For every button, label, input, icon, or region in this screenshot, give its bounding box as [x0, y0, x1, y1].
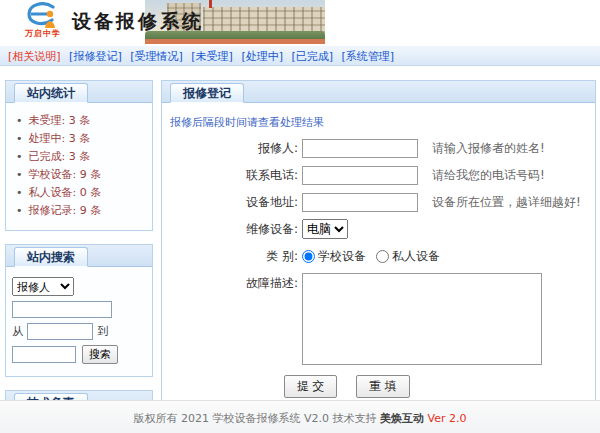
content-area: 站内统计 •未受理: 3 条 •处理中: 3 条 •已完成: 3 条 •学校设备…: [5, 80, 596, 433]
stat-item: •已完成: 3 条: [12, 149, 146, 165]
description-label: 故障描述:: [162, 273, 302, 293]
version-text: Ver 2.0: [428, 412, 467, 425]
phone-hint: 请给我您的电话号码!: [432, 165, 545, 185]
logo-school-name: 万启中学: [14, 30, 72, 38]
bullet-icon: •: [16, 113, 23, 129]
bullet-icon: •: [16, 149, 23, 165]
vendor-name: 美焕互动: [380, 412, 424, 425]
address-hint: 设备所在位置，越详细越好!: [432, 192, 581, 212]
nav-item-notes[interactable]: [相关说明]: [8, 50, 61, 63]
repair-register-tab: 报修登记: [170, 83, 244, 103]
sidebar: 站内统计 •未受理: 3 条 •处理中: 3 条 •已完成: 3 条 •学校设备…: [5, 80, 153, 433]
phone-input[interactable]: [302, 166, 418, 185]
stat-item: •处理中: 3 条: [12, 131, 146, 147]
bullet-icon: •: [16, 131, 23, 147]
search-panel-title: 站内搜索: [14, 247, 88, 267]
category-private-label[interactable]: 私人设备: [392, 246, 440, 266]
stats-panel: 站内统计 •未受理: 3 条 •处理中: 3 条 •已完成: 3 条 •学校设备…: [5, 80, 153, 231]
search-button[interactable]: 搜索: [82, 345, 118, 364]
notice-text: 报修后隔段时间请查看处理结果: [162, 103, 595, 132]
bullet-icon: •: [16, 203, 23, 219]
stats-panel-title: 站内统计: [14, 83, 88, 103]
address-input[interactable]: [302, 193, 418, 212]
description-textarea[interactable]: [302, 273, 542, 365]
stat-item: •私人设备: 0 条: [12, 185, 146, 201]
search-date-to-input[interactable]: [12, 346, 76, 363]
reporter-hint: 请输入报修者的姓名!: [432, 138, 545, 158]
reporter-label: 报修人:: [162, 138, 302, 158]
nav-item-done[interactable]: [已完成]: [291, 50, 333, 63]
category-private-radio[interactable]: [376, 250, 389, 263]
page-header: 万启中学 设备报修系统: [0, 0, 600, 44]
address-label: 设备地址:: [162, 192, 302, 212]
phone-label: 联系电话:: [162, 165, 302, 185]
stat-item: •报修记录: 9 条: [12, 203, 146, 219]
nav-item-pending[interactable]: [未受理]: [191, 50, 233, 63]
stat-item: •未受理: 3 条: [12, 113, 146, 129]
bullet-icon: •: [16, 185, 23, 201]
search-from-label: 从: [12, 324, 23, 339]
search-to-label: 到: [97, 324, 108, 339]
search-keyword-input[interactable]: [12, 301, 112, 318]
page-footer: 版权所有 2021 学校设备报修系统 V2.0 技术支持 美焕互动 Ver 2.…: [0, 400, 600, 433]
device-label: 维修设备:: [162, 219, 302, 239]
search-type-select[interactable]: 报修人: [12, 277, 74, 296]
nav-item-processing[interactable]: [处理中]: [241, 50, 283, 63]
copyright-text: 版权所有 2021 学校设备报修系统 V2.0 技术支持: [134, 412, 377, 425]
site-logo: 万启中学: [14, 2, 72, 42]
search-panel: 站内搜索 报修人 从 到 搜索: [5, 244, 153, 377]
category-school-label[interactable]: 学校设备: [318, 246, 366, 266]
category-label: 类 别:: [162, 246, 302, 266]
page-title: 设备报修系统: [72, 9, 204, 35]
nav-item-register[interactable]: [报修登记]: [69, 50, 122, 63]
search-date-from-input[interactable]: [27, 323, 93, 340]
main-area: 报修登记 报修后隔段时间请查看处理结果 报修人: 请输入报修者的姓名! 联系电话…: [161, 80, 596, 416]
device-select[interactable]: 电脑: [302, 219, 348, 239]
top-nav: [相关说明] [报修登记] [受理情况] [未受理] [处理中] [已完成] […: [0, 46, 600, 66]
nav-item-status[interactable]: [受理情况]: [130, 50, 183, 63]
stat-item: •学校设备: 9 条: [12, 167, 146, 183]
category-school-radio[interactable]: [302, 250, 315, 263]
reset-button[interactable]: 重 填: [356, 375, 409, 398]
reporter-input[interactable]: [302, 139, 418, 158]
nav-item-admin[interactable]: [系统管理]: [342, 50, 395, 63]
repair-register-panel: 报修登记 报修后隔段时间请查看处理结果 报修人: 请输入报修者的姓名! 联系电话…: [161, 80, 596, 416]
bullet-icon: •: [16, 167, 23, 183]
repair-form: 报修人: 请输入报修者的姓名! 联系电话: 请给我您的电话号码! 设备地址: 设…: [162, 132, 595, 398]
submit-button[interactable]: 提 交: [284, 375, 337, 398]
logo-icon: [14, 2, 72, 30]
